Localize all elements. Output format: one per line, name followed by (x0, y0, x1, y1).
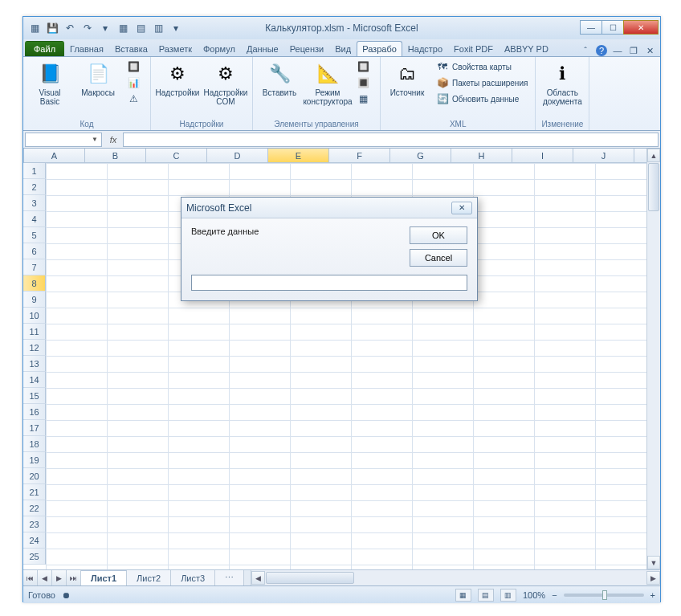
tab-data[interactable]: Данные (241, 41, 284, 56)
ribbon-small-button[interactable]: 🗺Свойства карты (434, 59, 530, 74)
ribbon-button[interactable]: 📄Макросы (76, 59, 120, 99)
ribbon-small-button[interactable]: 🔲 (354, 59, 375, 74)
column-header[interactable]: E (268, 149, 329, 162)
scroll-thumb[interactable] (648, 163, 659, 211)
doc-close-icon[interactable]: ✕ (644, 45, 655, 56)
ribbon-button[interactable]: 🗂Источник (385, 59, 429, 99)
zoom-out-icon[interactable]: − (552, 590, 557, 600)
tab-file[interactable]: Файл (25, 41, 64, 56)
fx-icon[interactable]: fx (104, 135, 123, 145)
dialog-close-button[interactable]: ✕ (451, 202, 472, 214)
dialog-titlebar[interactable]: Microsoft Excel ✕ (181, 198, 477, 218)
minimize-button[interactable]: — (580, 20, 602, 35)
row-header[interactable]: 22 (23, 500, 46, 516)
sheet-tab[interactable]: Лист3 (171, 570, 215, 585)
row-header[interactable]: 8 (23, 275, 46, 292)
zoom-slider[interactable] (564, 594, 644, 597)
scroll-right-icon[interactable]: ▶ (646, 571, 660, 585)
column-header[interactable]: C (146, 149, 207, 162)
row-header[interactable]: 11 (23, 324, 46, 340)
qat-icon[interactable]: ▥ (150, 20, 166, 36)
doc-restore-icon[interactable]: ❐ (628, 45, 639, 56)
ribbon-small-button[interactable]: 🔳 (354, 75, 375, 90)
ribbon-small-button[interactable]: 📦Пакеты расширения (434, 75, 530, 90)
view-pagebreak-icon[interactable]: ▥ (500, 589, 516, 602)
ribbon-button[interactable]: ⚙Надстройки (156, 59, 199, 99)
row-header[interactable]: 1 (23, 163, 46, 179)
sheet-first-icon[interactable]: ⏮ (23, 570, 38, 585)
row-header[interactable]: 2 (23, 179, 46, 195)
column-header[interactable]: D (207, 149, 268, 162)
zoom-in-icon[interactable]: + (650, 590, 655, 600)
excel-icon[interactable]: ▦ (27, 20, 43, 36)
minimize-ribbon-icon[interactable]: ˆ (580, 45, 591, 56)
close-button[interactable]: ✕ (623, 20, 659, 35)
row-header[interactable]: 15 (23, 388, 46, 404)
row-header[interactable]: 6 (23, 243, 46, 259)
sheet-next-icon[interactable]: ▶ (52, 570, 67, 585)
row-header[interactable]: 10 (23, 308, 46, 324)
tab-developer[interactable]: Разрабо (357, 41, 402, 56)
ribbon-small-button[interactable]: ▦ (354, 92, 375, 106)
redo-icon[interactable]: ↷ (80, 20, 96, 36)
chevron-down-icon[interactable]: ▼ (92, 136, 98, 143)
vertical-scrollbar[interactable]: ▲ ▼ (646, 149, 660, 569)
ribbon-small-button[interactable]: 📊 (124, 75, 145, 90)
sheet-tab[interactable]: Лист2 (127, 570, 171, 585)
row-header[interactable]: 24 (23, 532, 46, 549)
qat-icon[interactable]: ▾ (168, 20, 184, 36)
ribbon-small-button[interactable]: 🔲 (124, 59, 145, 74)
row-header[interactable]: 18 (23, 436, 46, 452)
row-header[interactable]: 23 (23, 516, 46, 532)
ribbon-small-button[interactable]: 🔄Обновить данные (434, 92, 530, 106)
row-header[interactable]: 13 (23, 356, 46, 372)
column-header[interactable]: I (512, 149, 573, 162)
view-layout-icon[interactable]: ▤ (478, 589, 494, 602)
tab-view[interactable]: Вид (329, 41, 357, 56)
macro-record-icon[interactable]: ⏺ (62, 590, 71, 600)
sheet-prev-icon[interactable]: ◀ (38, 570, 52, 585)
row-header[interactable]: 3 (23, 195, 46, 211)
zoom-handle[interactable] (602, 590, 607, 600)
sheet-last-icon[interactable]: ⏭ (67, 570, 81, 585)
row-header[interactable]: 14 (23, 372, 46, 388)
save-icon[interactable]: 💾 (44, 20, 60, 36)
tab-foxit[interactable]: Foxit PDF (448, 41, 499, 56)
view-normal-icon[interactable]: ▦ (455, 589, 471, 602)
tab-review[interactable]: Рецензи (284, 41, 330, 56)
row-header[interactable]: 19 (23, 452, 46, 468)
help-icon[interactable]: ? (596, 45, 607, 56)
scroll-track[interactable] (647, 212, 660, 556)
column-header[interactable]: B (85, 149, 146, 162)
horizontal-scrollbar[interactable]: ◀ ▶ (251, 570, 660, 585)
tab-home[interactable]: Главная (64, 41, 109, 56)
qat-icon[interactable]: ▤ (133, 20, 149, 36)
qat-icon[interactable]: ▾ (97, 20, 113, 36)
new-sheet-button[interactable]: ⋯ (215, 570, 244, 585)
row-header[interactable]: 7 (23, 259, 46, 275)
ok-button[interactable]: OK (410, 226, 467, 244)
column-header[interactable]: H (451, 149, 512, 162)
row-header[interactable]: 20 (23, 468, 46, 484)
maximize-button[interactable]: ☐ (601, 20, 624, 35)
tab-formulas[interactable]: Формул (198, 41, 241, 56)
doc-min-icon[interactable]: — (612, 45, 623, 56)
dialog-input[interactable] (191, 275, 467, 291)
cancel-button[interactable]: Cancel (410, 249, 467, 267)
row-header[interactable]: 17 (23, 420, 46, 436)
scroll-left-icon[interactable]: ◀ (251, 571, 265, 585)
ribbon-button[interactable]: ⚙Надстройки COM (204, 59, 247, 108)
ribbon-button[interactable]: 📐Режим конструктора (306, 59, 349, 108)
row-header[interactable]: 12 (23, 340, 46, 356)
sheet-tab[interactable]: Лист1 (81, 570, 127, 585)
row-header[interactable]: 9 (23, 292, 46, 308)
ribbon-button[interactable]: 🔧Вставить (258, 59, 301, 99)
scroll-down-icon[interactable]: ▼ (647, 556, 660, 569)
row-header[interactable]: 5 (23, 227, 46, 243)
column-header[interactable]: F (329, 149, 390, 162)
row-header[interactable]: 21 (23, 484, 46, 500)
tab-abbyy[interactable]: ABBYY PD (499, 41, 554, 56)
column-header[interactable]: A (24, 149, 85, 162)
row-header[interactable]: 25 (23, 549, 46, 565)
name-box[interactable]: ▼ (25, 133, 102, 147)
